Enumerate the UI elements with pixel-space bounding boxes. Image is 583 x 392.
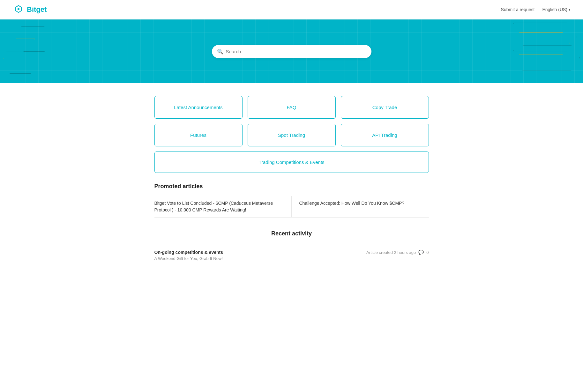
search-input[interactable] <box>212 45 371 58</box>
activity-item: On-going competitions & events A Weekend… <box>154 245 429 266</box>
header: Bitget Submit a request English (US) ▾ <box>0 0 583 19</box>
category-spot-trading[interactable]: Spot Trading <box>248 124 336 146</box>
article-item-1: Bitget Vote to List Concluded - $CMP (Ca… <box>154 196 292 218</box>
search-icon: 🔍 <box>217 48 223 55</box>
article-link-1[interactable]: Bitget Vote to List Concluded - $CMP (Ca… <box>154 201 273 212</box>
deco-shape-3 <box>522 45 580 70</box>
logo-icon <box>13 4 24 15</box>
category-faq[interactable]: FAQ <box>248 96 336 119</box>
submit-request-link[interactable]: Submit a request <box>501 7 535 12</box>
recent-activity-title: Recent activity <box>154 230 429 237</box>
header-right: Submit a request English (US) ▾ <box>501 7 570 12</box>
article-link-2[interactable]: Challenge Accepted: How Well Do You Know… <box>299 201 405 206</box>
chevron-down-icon: ▾ <box>569 8 570 11</box>
category-latest-announcements[interactable]: Latest Announcements <box>154 96 243 119</box>
logo-area: Bitget <box>13 4 47 15</box>
recent-activity-section: Recent activity On-going competitions & … <box>154 230 429 266</box>
category-api-trading[interactable]: API Trading <box>341 124 429 146</box>
comment-count: 0 <box>426 250 429 255</box>
main-content: Latest Announcements FAQ Copy Trade Futu… <box>148 83 435 279</box>
logo-text: Bitget <box>27 5 47 14</box>
hero-banner: 🔍 <box>0 19 583 83</box>
language-label: English (US) <box>542 7 567 12</box>
article-item-2: Challenge Accepted: How Well Do You Know… <box>292 196 429 218</box>
promoted-articles-title: Promoted articles <box>154 183 429 190</box>
activity-title[interactable]: On-going competitions & events <box>154 250 366 255</box>
deco-left <box>0 19 89 83</box>
activity-right: Article created 2 hours ago 💬 0 <box>366 250 429 255</box>
promoted-articles-section: Promoted articles Bitget Vote to List Co… <box>154 183 429 218</box>
activity-subtitle: A Weekend Gift for You, Grab It Now! <box>154 256 366 261</box>
comment-icon: 💬 <box>418 250 424 255</box>
category-futures[interactable]: Futures <box>154 124 243 146</box>
category-trading-competitions[interactable]: Trading Competitions & Events <box>154 152 429 173</box>
activity-meta: Article created 2 hours ago <box>366 250 416 255</box>
category-row-1: Latest Announcements FAQ Copy Trade <box>154 96 429 119</box>
activity-left: On-going competitions & events A Weekend… <box>154 250 366 261</box>
category-row-2: Futures Spot Trading API Trading <box>154 124 429 146</box>
search-container: 🔍 <box>212 45 371 58</box>
language-selector[interactable]: English (US) ▾ <box>542 7 570 12</box>
category-copy-trade[interactable]: Copy Trade <box>341 96 429 119</box>
articles-grid: Bitget Vote to List Concluded - $CMP (Ca… <box>154 196 429 218</box>
deco-right <box>494 19 583 83</box>
